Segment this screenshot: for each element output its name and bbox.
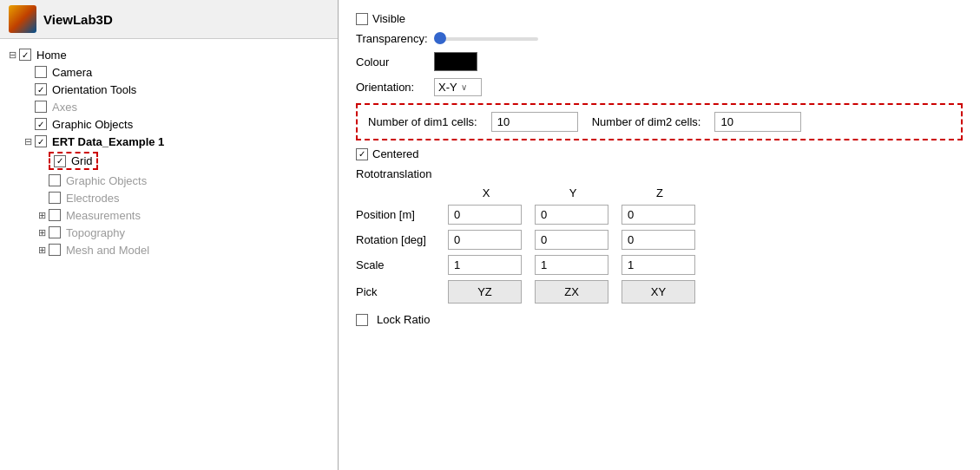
- transparency-label: Transparency:: [356, 32, 434, 45]
- pick-zx-button[interactable]: ZX: [535, 280, 608, 304]
- dim-cells-box: Number of dim1 cells: Number of dim2 cel…: [356, 103, 963, 140]
- dim2-label: Number of dim2 cells:: [592, 115, 701, 128]
- tree-item-grid[interactable]: Grid: [3, 150, 334, 172]
- label-axes: Axes: [52, 101, 77, 114]
- checkbox-ert[interactable]: [35, 135, 47, 147]
- tree-item-mesh-model[interactable]: ⊞ Mesh and Model: [3, 241, 334, 258]
- lock-ratio-row: Lock Ratio: [356, 313, 963, 326]
- checkbox-visible[interactable]: [356, 13, 368, 25]
- checkbox-axes[interactable]: [35, 101, 47, 113]
- checkbox-orientation[interactable]: [35, 83, 47, 95]
- checkbox-mesh[interactable]: [49, 244, 61, 256]
- tree-item-graphic-objects[interactable]: ⊞ Graphic Objects: [3, 115, 334, 133]
- checkbox-grid[interactable]: [54, 155, 66, 167]
- tree-item-ert-data[interactable]: ⊟ ERT Data_Example 1: [3, 133, 334, 150]
- rotation-y-input[interactable]: [535, 230, 608, 250]
- pick-label: Pick: [356, 277, 443, 306]
- dim1-input[interactable]: [491, 112, 578, 132]
- colour-label: Colour: [356, 55, 434, 69]
- scale-label: Scale: [356, 252, 443, 277]
- dim1-label: Number of dim1 cells:: [368, 115, 477, 128]
- rotation-row: Rotation [deg]: [356, 227, 703, 252]
- tree-item-electrodes[interactable]: ⊞ Electrodes: [3, 189, 334, 206]
- roto-title: Rototranslation: [356, 167, 963, 180]
- tree-item-graphic-objects-2[interactable]: ⊞ Graphic Objects: [3, 172, 334, 189]
- position-z-input[interactable]: [622, 205, 695, 225]
- right-panel: Visible Transparency: Colour Orientation…: [339, 0, 980, 470]
- label-graphic-objects-2: Graphic Objects: [66, 174, 147, 187]
- slider-thumb[interactable]: [434, 32, 446, 44]
- expand-topography[interactable]: ⊞: [35, 225, 49, 239]
- rotation-label: Rotation [deg]: [356, 227, 443, 252]
- tree-item-axes[interactable]: ⊞ Axes: [3, 98, 334, 115]
- centered-label: Centered: [372, 147, 418, 160]
- tree-item-orientation-tools[interactable]: ⊞ Orientation Tools: [3, 81, 334, 98]
- checkbox-topography[interactable]: [49, 226, 61, 238]
- pick-row: Pick YZ ZX XY: [356, 277, 703, 306]
- col-x: X: [443, 184, 529, 202]
- checkbox-camera[interactable]: [35, 66, 47, 78]
- expand-mesh[interactable]: ⊞: [35, 243, 49, 257]
- col-z: Z: [616, 184, 703, 202]
- scale-row: Scale: [356, 252, 703, 277]
- rotation-x-input[interactable]: [448, 230, 522, 250]
- label-camera: Camera: [52, 66, 92, 79]
- label-mesh-model: Mesh and Model: [66, 244, 149, 257]
- lock-ratio-label: Lock Ratio: [377, 313, 430, 326]
- scale-x-input[interactable]: [448, 255, 522, 275]
- colour-row: Colour: [356, 52, 963, 71]
- app-header: ViewLab3D: [0, 0, 338, 39]
- label-topography: Topography: [66, 226, 125, 239]
- tree-item-camera[interactable]: ⊞ Camera: [3, 63, 334, 81]
- tree-item-home[interactable]: ⊟ Home: [3, 46, 334, 63]
- expand-home[interactable]: ⊟: [5, 48, 19, 62]
- colour-box[interactable]: [434, 52, 477, 71]
- visible-label: Visible: [372, 12, 405, 25]
- centered-row: ✓ Centered: [356, 147, 963, 160]
- tree-item-topography[interactable]: ⊞ Topography: [3, 224, 334, 241]
- transparency-slider-container[interactable]: [434, 37, 538, 41]
- slider-track[interactable]: [434, 37, 538, 41]
- pick-yz-button[interactable]: YZ: [448, 280, 522, 304]
- label-graphic-objects: Graphic Objects: [52, 118, 133, 131]
- orientation-dropdown[interactable]: X-Y ∨: [434, 78, 482, 96]
- roto-section: Rototranslation X Y Z Position [m]: [356, 167, 963, 306]
- col-y: Y: [529, 184, 616, 202]
- label-home: Home: [36, 49, 67, 62]
- label-orientation-tools: Orientation Tools: [52, 83, 136, 96]
- rotation-z-input[interactable]: [622, 230, 695, 250]
- scale-z-input[interactable]: [622, 255, 695, 275]
- dropdown-arrow: ∨: [461, 82, 467, 92]
- transparency-row: Transparency:: [356, 32, 963, 45]
- orientation-row: Orientation: X-Y ∨: [356, 78, 963, 96]
- position-y-input[interactable]: [535, 205, 608, 225]
- position-x-input[interactable]: [448, 205, 522, 225]
- tree-item-measurements[interactable]: ⊞ Measurements: [3, 206, 334, 224]
- checkbox-measurements[interactable]: [49, 209, 61, 221]
- app-title: ViewLab3D: [43, 12, 113, 27]
- expand-measurements[interactable]: ⊞: [35, 208, 49, 222]
- tree-container: ⊟ Home ⊞ Camera ⊞ Orientation Tools ⊞ Ax…: [0, 39, 338, 466]
- checkbox-lock-ratio[interactable]: [356, 314, 368, 326]
- checkbox-home[interactable]: [19, 49, 31, 61]
- visible-row: Visible: [356, 12, 963, 25]
- dim2-input[interactable]: [714, 112, 801, 132]
- roto-table: X Y Z Position [m] Rotation [deg]: [356, 184, 703, 306]
- pick-xy-button[interactable]: XY: [622, 280, 695, 304]
- position-row: Position [m]: [356, 202, 703, 227]
- app-icon: [9, 5, 36, 33]
- checkbox-electrodes[interactable]: [49, 192, 61, 204]
- checkbox-go2[interactable]: [49, 174, 61, 186]
- label-measurements: Measurements: [66, 209, 141, 222]
- orientation-value: X-Y: [438, 81, 457, 94]
- label-grid: Grid: [71, 154, 93, 167]
- scale-y-input[interactable]: [535, 255, 608, 275]
- expand-ert[interactable]: ⊟: [21, 134, 35, 148]
- label-ert-data: ERT Data_Example 1: [52, 135, 164, 148]
- checkbox-graphic-objects[interactable]: [35, 118, 47, 130]
- left-panel: ViewLab3D ⊟ Home ⊞ Camera ⊞ Orientation …: [0, 0, 339, 470]
- label-electrodes: Electrodes: [66, 192, 119, 205]
- position-label: Position [m]: [356, 202, 443, 227]
- orientation-label: Orientation:: [356, 81, 434, 94]
- checkbox-centered[interactable]: ✓: [356, 148, 368, 160]
